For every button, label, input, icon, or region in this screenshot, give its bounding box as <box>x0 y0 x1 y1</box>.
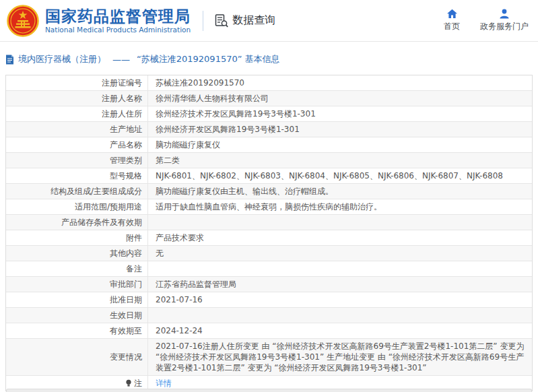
table-row: 批准日期2021-07-16 <box>6 292 532 307</box>
document-search-icon <box>214 13 229 28</box>
home-icon <box>446 9 458 19</box>
row-value <box>148 261 532 276</box>
row-label: 产品名称 <box>6 137 148 152</box>
note-icon <box>125 379 132 387</box>
row-value: 第二类 <box>148 153 532 168</box>
row-value: 2021-07-16注册人住所变更 由 “徐州经济技术开发区高新路69号生产装置… <box>148 339 532 375</box>
nav-gov-portal-label: 政务服务门户 <box>480 21 529 32</box>
table-row: 有效期至2024-12-24 <box>6 323 532 338</box>
row-value: 徐州清华德人生物科技有限公司 <box>148 91 532 106</box>
table-row: 注册证编号苏械注准20192091570 <box>6 75 532 90</box>
row-value: 产品技术要求 <box>148 230 532 245</box>
table-row: 产品储存条件及有效期 <box>6 214 532 230</box>
row-value <box>148 308 532 323</box>
header-divider <box>203 11 203 31</box>
detail-link[interactable]: 详情 <box>156 379 172 388</box>
site-title: 国家药品监督管理局 <box>45 7 191 25</box>
row-value: 脑功能磁疗康复仪由主机、输出线、治疗帽组成。 <box>148 184 532 199</box>
table-row: 生产地址徐州经济开发区凤舞路19号3号楼1-301 <box>6 121 532 137</box>
breadcrumb: 境内医疗器械（注册） —— “苏械注准20192091570” 基本信息 <box>5 53 533 65</box>
table-row: 附件产品技术要求 <box>6 230 532 245</box>
row-label: 产品储存条件及有效期 <box>6 215 148 230</box>
national-emblem-icon <box>7 5 39 37</box>
row-value: 徐州经济技术开发区凤舞路19号3号楼1-301 <box>148 106 532 121</box>
footer-strip <box>6 389 532 392</box>
row-label: 生产地址 <box>6 122 148 137</box>
row-label: 审批部门 <box>6 277 148 292</box>
nav-gov-portal[interactable]: 政务服务门户 <box>480 9 529 32</box>
row-value: 江苏省药品监督管理局 <box>148 277 532 292</box>
table-row: 生效日期 <box>6 307 532 323</box>
user-icon <box>499 9 510 19</box>
table-row: 适用范围/预期用途适用于缺血性脑血管病、神经衰弱，脑损伤性疾病的辅助治疗。 <box>6 199 532 214</box>
data-query-label: 数据查询 <box>232 13 275 28</box>
table-row: 注册人住所徐州经济技术开发区凤舞路19号3号楼1-301 <box>6 106 532 121</box>
breadcrumb-separator: —— <box>112 55 130 65</box>
row-value: 2024-12-24 <box>148 323 532 338</box>
row-value: 适用于缺血性脑血管病、神经衰弱，脑损伤性疾病的辅助治疗。 <box>148 199 532 214</box>
row-label: 附件 <box>6 230 148 245</box>
row-value: 徐州经济开发区凤舞路19号3号楼1-301 <box>148 122 532 137</box>
row-label: 注册证编号 <box>6 75 148 90</box>
row-value: 苏械注准20192091570 <box>148 75 532 90</box>
row-label: 管理类别 <box>6 153 148 168</box>
row-value: NJK-6801、NJK-6802、NJK-6803、NJK-6804、NJK-… <box>148 168 532 183</box>
table-row: 产品名称脑功能磁疗康复仪 <box>6 137 532 152</box>
row-label: 适用范围/预期用途 <box>6 199 148 214</box>
table-row: 其他内容无 <box>6 245 532 261</box>
row-label: 型号规格 <box>6 168 148 183</box>
row-label: 有效期至 <box>6 323 148 338</box>
table-row: 管理类别第二类 <box>6 152 532 168</box>
row-label: 其他内容 <box>6 246 148 261</box>
row-value <box>148 215 532 230</box>
site-subtitle: National Medical Products Administration <box>45 25 191 34</box>
row-value: 2021-07-16 <box>148 292 532 307</box>
table-row: 注册人名称徐州清华德人生物科技有限公司 <box>6 90 532 106</box>
document-icon <box>5 55 14 65</box>
table-row: 型号规格NJK-6801、NJK-6802、NJK-6803、NJK-6804、… <box>6 168 532 183</box>
nav-home[interactable]: 首页 <box>444 9 460 32</box>
table-row: 审批部门江苏省药品监督管理局 <box>6 276 532 292</box>
nmpa-logo: 国家药品监督管理局 National Medical Products Admi… <box>7 5 191 37</box>
registration-info-table: 注册证编号苏械注准20192091570 注册人名称徐州清华德人生物科技有限公司… <box>5 75 533 391</box>
row-value: 无 <box>148 246 532 261</box>
row-label: 注册人住所 <box>6 106 148 121</box>
table-row: 结构及组成/主要组成成分脑功能磁疗康复仪由主机、输出线、治疗帽组成。 <box>6 183 532 199</box>
row-value: 脑功能磁疗康复仪 <box>148 137 532 152</box>
row-label: 备注 <box>6 261 148 276</box>
breadcrumb-section: 境内医疗器械（注册） <box>18 53 106 65</box>
row-label: 结构及组成/主要组成成分 <box>6 184 148 199</box>
page-header: 国家药品监督管理局 National Medical Products Admi… <box>0 0 538 42</box>
nav-home-label: 首页 <box>444 21 460 32</box>
data-query-menu[interactable]: 数据查询 <box>214 13 275 28</box>
table-row-change-history: 变更情况2021-07-16注册人住所变更 由 “徐州经济技术开发区高新路69号… <box>6 338 532 375</box>
row-label: 批准日期 <box>6 292 148 307</box>
breadcrumb-detail: “苏械注准20192091570” 基本信息 <box>137 53 280 65</box>
row-label: 注册人名称 <box>6 91 148 106</box>
table-row: 备注 <box>6 261 532 276</box>
row-label: 变更情况 <box>6 339 148 375</box>
row-label: 生效日期 <box>6 308 148 323</box>
